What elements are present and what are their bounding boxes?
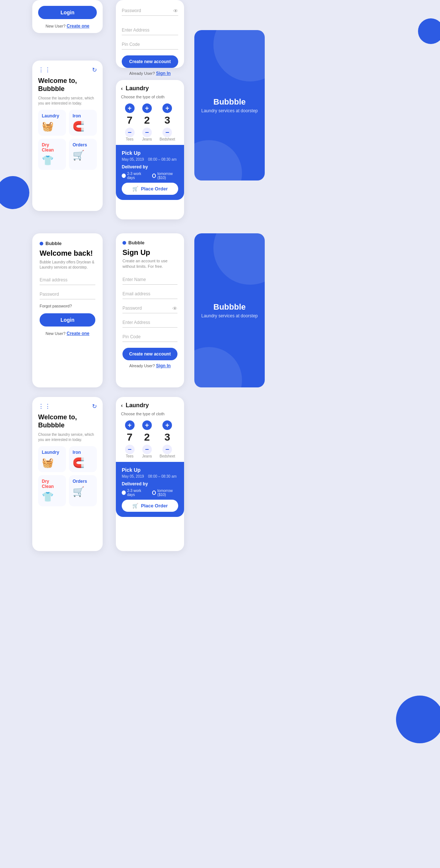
- orders-icon-3: 🛒: [73, 486, 93, 497]
- service-grid-3: Laundry 🧺 Iron 🧲 Dry Clean 👕 Orders 🛒: [38, 446, 97, 506]
- radio-filled-3: [122, 490, 126, 495]
- signup-card-2: Bubble Sign Up Create an account to use …: [116, 233, 184, 387]
- laundry-top-3: ‹ Laundry Choose the type of cloth + 7 −…: [116, 397, 184, 462]
- create-one-link-top[interactable]: Create one: [67, 23, 89, 29]
- eye-icon-signup: 👁: [172, 306, 177, 311]
- bubble-logo-signup: Bubble: [122, 240, 177, 245]
- address-field-top[interactable]: [122, 25, 178, 35]
- already-user-2: Already User? Sign In: [122, 363, 177, 368]
- deco-circle-1: [213, 30, 265, 81]
- radio-empty-1: [152, 174, 156, 178]
- laundry-label-3: Laundry: [42, 450, 62, 455]
- place-order-btn-3[interactable]: 🛒 Place Order: [122, 500, 178, 512]
- service-iron-3[interactable]: Iron 🧲: [69, 446, 97, 472]
- delivered-by-1: Delivered by: [122, 164, 178, 169]
- minus-tees-1[interactable]: −: [125, 128, 135, 137]
- logo-dot-signup: [122, 241, 126, 245]
- num-tees-1: 7: [127, 114, 133, 126]
- laundry-subtitle-1: Choose the type of cloth: [121, 95, 179, 99]
- service-iron-1[interactable]: Iron 🧲: [69, 110, 97, 136]
- place-order-btn-1[interactable]: 🛒 Place Order: [122, 183, 178, 195]
- deco-circle-left-1: [0, 176, 29, 209]
- create-one-link-2[interactable]: Create one: [67, 331, 89, 336]
- plus-jeans-3[interactable]: +: [142, 420, 152, 430]
- pin-field-signup[interactable]: [122, 332, 177, 342]
- address-field-signup[interactable]: [122, 318, 177, 328]
- laundry-title-3: Laundry: [126, 402, 149, 409]
- dryclean-icon-1: 👕: [42, 155, 62, 166]
- plus-bedsheet-1[interactable]: +: [162, 103, 172, 113]
- welcome-subtitle-1: Choose the laundry service, which you ar…: [38, 96, 97, 106]
- pin-field-top[interactable]: [122, 40, 178, 50]
- login-btn-2[interactable]: Login: [40, 313, 95, 327]
- plus-jeans-1[interactable]: +: [142, 103, 152, 113]
- bubble-logo-login: Bubble: [40, 241, 95, 246]
- forgot-password-text[interactable]: Forgot password?: [40, 304, 95, 308]
- password-field-top[interactable]: [122, 6, 178, 16]
- welcome-title-1: Welcome to, Bubbble: [38, 77, 97, 93]
- minus-bedsheet-3[interactable]: −: [162, 445, 172, 454]
- email-field-login[interactable]: [40, 275, 95, 285]
- email-field-signup[interactable]: [122, 289, 177, 299]
- blue-card-sub-1: Laundry services at doorstep: [201, 108, 258, 113]
- label-tees-3: Tees: [126, 454, 133, 458]
- minus-jeans-1[interactable]: −: [142, 128, 152, 137]
- password-field-signup[interactable]: [122, 303, 177, 313]
- welcome-card-3: ⋮⋮ ↻ Welcome to, Bubbble Choose the laun…: [32, 397, 103, 551]
- service-laundry-3[interactable]: Laundry 🧺: [38, 446, 66, 472]
- counter-bedsheet-3: + 3 − Bedsheet: [160, 420, 175, 458]
- orders-label-1: Orders: [73, 142, 93, 147]
- option-tomorrow-3[interactable]: tomorrow ($10): [152, 489, 178, 497]
- counter-row-1: + 7 − Tees + 2 − Jeans + 3 − Bedsheet: [121, 103, 179, 141]
- login-button-top[interactable]: Login: [38, 6, 97, 19]
- back-arrow-3[interactable]: ‹: [121, 402, 123, 408]
- plus-tees-3[interactable]: +: [125, 420, 135, 430]
- deco-circle-2: [194, 140, 242, 180]
- service-dryclean-1[interactable]: Dry Clean 👕: [38, 139, 66, 170]
- minus-tees-3[interactable]: −: [125, 445, 135, 454]
- service-laundry-1[interactable]: Laundry 🧺: [38, 110, 66, 136]
- name-field-signup[interactable]: [122, 275, 177, 285]
- logo-dot-login: [40, 242, 43, 245]
- service-orders-1[interactable]: Orders 🛒: [69, 139, 97, 170]
- service-orders-3[interactable]: Orders 🛒: [69, 475, 97, 506]
- laundry-icon-3: 🧺: [42, 457, 62, 468]
- cart-icon-order-1: 🛒: [132, 186, 138, 192]
- iron-label-3: Iron: [73, 450, 93, 455]
- blue-card-title-1: Bubbble: [213, 97, 246, 107]
- blue-card-sub-2: Laundry services at doorstep: [201, 313, 258, 318]
- minus-bedsheet-1[interactable]: −: [162, 128, 172, 137]
- counter-jeans-3: + 2 − Jeans: [142, 420, 152, 458]
- laundry-top-1: ‹ Laundry Choose the type of cloth + 7 −…: [116, 80, 184, 145]
- signup-title-2: Sign Up: [122, 248, 177, 257]
- create-account-btn-2[interactable]: Create new account: [122, 348, 177, 360]
- service-dryclean-3[interactable]: Dry Clean 👕: [38, 475, 66, 506]
- option-workdays-1[interactable]: 2-3 work days: [122, 172, 146, 180]
- login-subtitle: Bubble Laundry offers Dryclean & Laundry…: [40, 260, 95, 270]
- welcome-subtitle-3: Choose the laundry service, which you ar…: [38, 432, 97, 442]
- num-jeans-3: 2: [144, 431, 150, 443]
- iron-icon-3: 🧲: [73, 457, 93, 468]
- create-account-btn-top[interactable]: Create new account: [122, 55, 178, 68]
- laundry-label-1: Laundry: [42, 113, 62, 118]
- service-grid-1: Laundry 🧺 Iron 🧲 Dry Clean 👕 Orders 🛒: [38, 110, 97, 170]
- counter-bedsheet-1: + 3 − Bedsheet: [160, 103, 175, 141]
- option-workdays-3[interactable]: 2-3 work days: [122, 489, 146, 497]
- signin-link-2[interactable]: Sign In: [156, 363, 170, 368]
- pickup-date-1: May 05, 2019 08:00 – 08:30 am: [122, 157, 178, 161]
- iron-icon-1: 🧲: [73, 121, 93, 132]
- deco-circle-3: [213, 233, 265, 285]
- eye-icon-top: 👁: [173, 8, 178, 14]
- minus-jeans-3[interactable]: −: [142, 445, 152, 454]
- plus-bedsheet-3[interactable]: +: [162, 420, 172, 430]
- signin-link-top[interactable]: Sign In: [156, 71, 170, 76]
- cart-icon-order-3: 🛒: [132, 503, 138, 508]
- logo-text-signup: Bubble: [128, 240, 144, 245]
- signup-subtitle-2: Create an account to use without limits.…: [122, 258, 177, 270]
- password-field-login[interactable]: [40, 289, 95, 299]
- option-tomorrow-1[interactable]: tomorrow ($10): [152, 172, 178, 180]
- login-card-2: Bubble Welcome back! Bubble Laundry offe…: [32, 233, 103, 387]
- delivered-by-3: Delivered by: [122, 481, 178, 486]
- plus-tees-1[interactable]: +: [125, 103, 135, 113]
- back-arrow-1[interactable]: ‹: [121, 85, 123, 91]
